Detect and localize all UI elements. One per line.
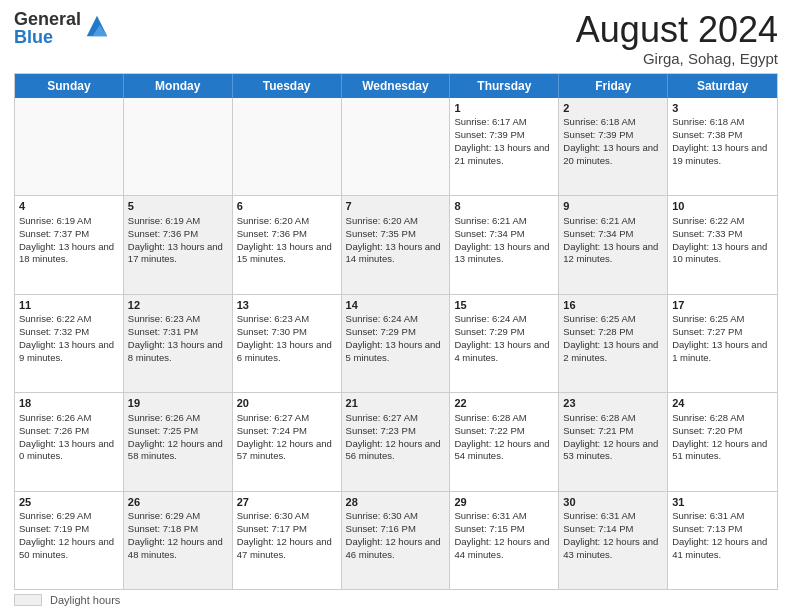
- day-info: Sunrise: 6:28 AM Sunset: 7:22 PM Dayligh…: [454, 412, 549, 461]
- cal-cell: 26Sunrise: 6:29 AM Sunset: 7:18 PM Dayli…: [124, 492, 233, 589]
- location: Girga, Sohag, Egypt: [576, 50, 778, 67]
- cal-cell: 18Sunrise: 6:26 AM Sunset: 7:26 PM Dayli…: [15, 393, 124, 490]
- cal-cell: 24Sunrise: 6:28 AM Sunset: 7:20 PM Dayli…: [668, 393, 777, 490]
- day-number: 24: [672, 396, 773, 411]
- day-number: 31: [672, 495, 773, 510]
- day-info: Sunrise: 6:24 AM Sunset: 7:29 PM Dayligh…: [454, 313, 549, 362]
- cal-cell: [124, 98, 233, 195]
- cal-header-day: Thursday: [450, 74, 559, 98]
- cal-cell: 23Sunrise: 6:28 AM Sunset: 7:21 PM Dayli…: [559, 393, 668, 490]
- cal-cell: 20Sunrise: 6:27 AM Sunset: 7:24 PM Dayli…: [233, 393, 342, 490]
- day-number: 20: [237, 396, 337, 411]
- day-info: Sunrise: 6:31 AM Sunset: 7:15 PM Dayligh…: [454, 510, 549, 559]
- day-info: Sunrise: 6:24 AM Sunset: 7:29 PM Dayligh…: [346, 313, 441, 362]
- cal-header-day: Monday: [124, 74, 233, 98]
- cal-cell: 4Sunrise: 6:19 AM Sunset: 7:37 PM Daylig…: [15, 196, 124, 293]
- cal-cell: 21Sunrise: 6:27 AM Sunset: 7:23 PM Dayli…: [342, 393, 451, 490]
- cal-cell: 5Sunrise: 6:19 AM Sunset: 7:36 PM Daylig…: [124, 196, 233, 293]
- cal-cell: [15, 98, 124, 195]
- cal-cell: 14Sunrise: 6:24 AM Sunset: 7:29 PM Dayli…: [342, 295, 451, 392]
- day-info: Sunrise: 6:18 AM Sunset: 7:39 PM Dayligh…: [563, 116, 658, 165]
- cal-row: 1Sunrise: 6:17 AM Sunset: 7:39 PM Daylig…: [15, 98, 777, 195]
- cal-cell: 29Sunrise: 6:31 AM Sunset: 7:15 PM Dayli…: [450, 492, 559, 589]
- cal-cell: 7Sunrise: 6:20 AM Sunset: 7:35 PM Daylig…: [342, 196, 451, 293]
- day-info: Sunrise: 6:31 AM Sunset: 7:14 PM Dayligh…: [563, 510, 658, 559]
- cal-cell: 19Sunrise: 6:26 AM Sunset: 7:25 PM Dayli…: [124, 393, 233, 490]
- day-info: Sunrise: 6:19 AM Sunset: 7:36 PM Dayligh…: [128, 215, 223, 264]
- cal-cell: 6Sunrise: 6:20 AM Sunset: 7:36 PM Daylig…: [233, 196, 342, 293]
- cal-header-day: Saturday: [668, 74, 777, 98]
- cal-header-day: Sunday: [15, 74, 124, 98]
- logo-text: General Blue: [14, 10, 81, 46]
- day-number: 12: [128, 298, 228, 313]
- cal-cell: 8Sunrise: 6:21 AM Sunset: 7:34 PM Daylig…: [450, 196, 559, 293]
- logo-blue: Blue: [14, 28, 81, 46]
- day-info: Sunrise: 6:25 AM Sunset: 7:28 PM Dayligh…: [563, 313, 658, 362]
- day-number: 15: [454, 298, 554, 313]
- calendar-header: SundayMondayTuesdayWednesdayThursdayFrid…: [15, 74, 777, 98]
- cal-row: 4Sunrise: 6:19 AM Sunset: 7:37 PM Daylig…: [15, 195, 777, 293]
- day-info: Sunrise: 6:27 AM Sunset: 7:24 PM Dayligh…: [237, 412, 332, 461]
- cal-cell: 1Sunrise: 6:17 AM Sunset: 7:39 PM Daylig…: [450, 98, 559, 195]
- day-number: 25: [19, 495, 119, 510]
- day-info: Sunrise: 6:22 AM Sunset: 7:33 PM Dayligh…: [672, 215, 767, 264]
- cal-cell: 31Sunrise: 6:31 AM Sunset: 7:13 PM Dayli…: [668, 492, 777, 589]
- day-info: Sunrise: 6:23 AM Sunset: 7:31 PM Dayligh…: [128, 313, 223, 362]
- day-info: Sunrise: 6:20 AM Sunset: 7:35 PM Dayligh…: [346, 215, 441, 264]
- day-info: Sunrise: 6:19 AM Sunset: 7:37 PM Dayligh…: [19, 215, 114, 264]
- cal-cell: 2Sunrise: 6:18 AM Sunset: 7:39 PM Daylig…: [559, 98, 668, 195]
- day-number: 27: [237, 495, 337, 510]
- cal-cell: 11Sunrise: 6:22 AM Sunset: 7:32 PM Dayli…: [15, 295, 124, 392]
- daylight-swatch: [14, 594, 42, 606]
- cal-cell: 10Sunrise: 6:22 AM Sunset: 7:33 PM Dayli…: [668, 196, 777, 293]
- cal-cell: [342, 98, 451, 195]
- day-info: Sunrise: 6:22 AM Sunset: 7:32 PM Dayligh…: [19, 313, 114, 362]
- day-number: 3: [672, 101, 773, 116]
- day-info: Sunrise: 6:28 AM Sunset: 7:21 PM Dayligh…: [563, 412, 658, 461]
- day-info: Sunrise: 6:18 AM Sunset: 7:38 PM Dayligh…: [672, 116, 767, 165]
- cal-cell: 25Sunrise: 6:29 AM Sunset: 7:19 PM Dayli…: [15, 492, 124, 589]
- day-number: 21: [346, 396, 446, 411]
- day-number: 1: [454, 101, 554, 116]
- day-info: Sunrise: 6:30 AM Sunset: 7:16 PM Dayligh…: [346, 510, 441, 559]
- day-number: 28: [346, 495, 446, 510]
- day-number: 19: [128, 396, 228, 411]
- day-number: 16: [563, 298, 663, 313]
- day-info: Sunrise: 6:29 AM Sunset: 7:19 PM Dayligh…: [19, 510, 114, 559]
- day-info: Sunrise: 6:25 AM Sunset: 7:27 PM Dayligh…: [672, 313, 767, 362]
- cal-header-day: Tuesday: [233, 74, 342, 98]
- calendar: SundayMondayTuesdayWednesdayThursdayFrid…: [14, 73, 778, 590]
- cal-cell: 9Sunrise: 6:21 AM Sunset: 7:34 PM Daylig…: [559, 196, 668, 293]
- header: General Blue August 2024 Girga, Sohag, E…: [14, 10, 778, 67]
- cal-cell: 15Sunrise: 6:24 AM Sunset: 7:29 PM Dayli…: [450, 295, 559, 392]
- day-info: Sunrise: 6:29 AM Sunset: 7:18 PM Dayligh…: [128, 510, 223, 559]
- day-number: 22: [454, 396, 554, 411]
- month-title: August 2024: [576, 10, 778, 50]
- day-info: Sunrise: 6:26 AM Sunset: 7:26 PM Dayligh…: [19, 412, 114, 461]
- day-number: 14: [346, 298, 446, 313]
- day-info: Sunrise: 6:26 AM Sunset: 7:25 PM Dayligh…: [128, 412, 223, 461]
- day-number: 7: [346, 199, 446, 214]
- day-number: 10: [672, 199, 773, 214]
- day-number: 4: [19, 199, 119, 214]
- cal-cell: 3Sunrise: 6:18 AM Sunset: 7:38 PM Daylig…: [668, 98, 777, 195]
- cal-cell: 16Sunrise: 6:25 AM Sunset: 7:28 PM Dayli…: [559, 295, 668, 392]
- footer: Daylight hours: [14, 594, 778, 606]
- cal-cell: 17Sunrise: 6:25 AM Sunset: 7:27 PM Dayli…: [668, 295, 777, 392]
- day-number: 11: [19, 298, 119, 313]
- cal-cell: 22Sunrise: 6:28 AM Sunset: 7:22 PM Dayli…: [450, 393, 559, 490]
- day-number: 29: [454, 495, 554, 510]
- cal-row: 18Sunrise: 6:26 AM Sunset: 7:26 PM Dayli…: [15, 392, 777, 490]
- logo-general: General: [14, 10, 81, 28]
- cal-cell: 27Sunrise: 6:30 AM Sunset: 7:17 PM Dayli…: [233, 492, 342, 589]
- day-number: 13: [237, 298, 337, 313]
- title-block: August 2024 Girga, Sohag, Egypt: [576, 10, 778, 67]
- day-info: Sunrise: 6:28 AM Sunset: 7:20 PM Dayligh…: [672, 412, 767, 461]
- day-number: 23: [563, 396, 663, 411]
- day-info: Sunrise: 6:20 AM Sunset: 7:36 PM Dayligh…: [237, 215, 332, 264]
- daylight-label: Daylight hours: [50, 594, 120, 606]
- cal-cell: 12Sunrise: 6:23 AM Sunset: 7:31 PM Dayli…: [124, 295, 233, 392]
- day-info: Sunrise: 6:27 AM Sunset: 7:23 PM Dayligh…: [346, 412, 441, 461]
- page: General Blue August 2024 Girga, Sohag, E…: [0, 0, 792, 612]
- cal-cell: 13Sunrise: 6:23 AM Sunset: 7:30 PM Dayli…: [233, 295, 342, 392]
